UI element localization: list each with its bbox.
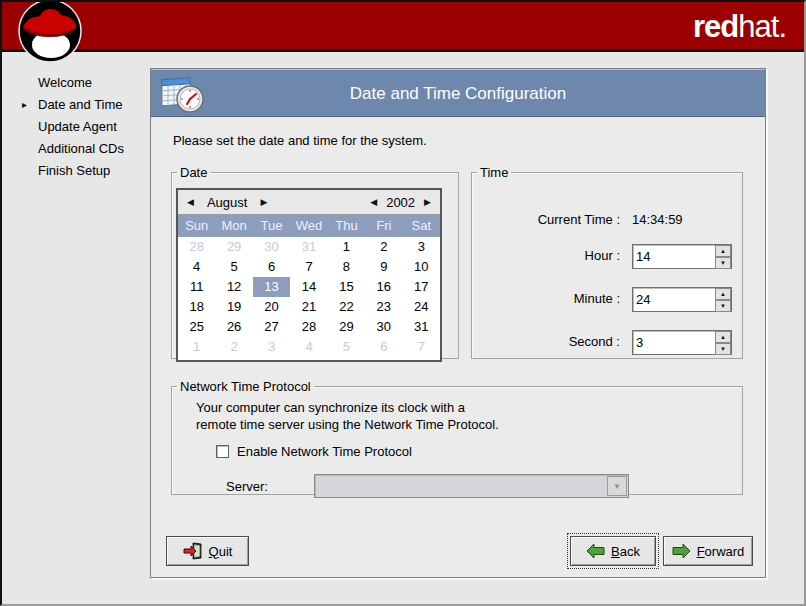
calendar-day[interactable]: 4	[290, 337, 327, 357]
second-spin-up-icon[interactable]: ▲	[715, 331, 731, 343]
calendar-header: ◀ August ▶ ◀ 2002 ▶	[178, 190, 440, 215]
quit-button[interactable]: Quit	[166, 536, 249, 566]
quit-button-label: Quit	[209, 544, 233, 559]
calendar-day[interactable]: 19	[215, 297, 252, 317]
calendar-day[interactable]: 6	[365, 337, 402, 357]
sidebar-item-date-and-time[interactable]: ▸Date and Time	[2, 94, 150, 116]
calendar-day[interactable]: 27	[253, 317, 290, 337]
calendar-day[interactable]: 23	[365, 297, 402, 317]
minute-spin-down-icon[interactable]: ▼	[715, 300, 731, 312]
sidebar-item-label: Finish Setup	[38, 163, 110, 178]
calendar-day[interactable]: 22	[328, 297, 365, 317]
year-prev-icon[interactable]: ◀	[367, 197, 380, 207]
calendar-day[interactable]: 24	[403, 297, 440, 317]
calendar-day[interactable]: 29	[215, 237, 252, 257]
setup-window: redhat. Welcome ▸Date and Time Update Ag…	[0, 0, 806, 606]
day-of-week-header: Mon	[215, 215, 252, 237]
calendar-day[interactable]: 29	[328, 317, 365, 337]
sidebar-item-update-agent[interactable]: Update Agent	[2, 116, 150, 138]
date-section: Date ◀ August ▶ ◀ 2002 ▶ SunMonTueWedThu…	[171, 165, 459, 359]
main-panel: Date and Time Configuration Please set t…	[150, 68, 766, 578]
calendar-day-selected[interactable]: 13	[253, 277, 290, 297]
minute-spin-up-icon[interactable]: ▲	[715, 288, 731, 300]
sidebar-item-finish-setup[interactable]: Finish Setup	[2, 160, 150, 182]
calendar-day[interactable]: 28	[178, 237, 215, 257]
calendar-day[interactable]: 17	[403, 277, 440, 297]
calendar-day[interactable]: 18	[178, 297, 215, 317]
exit-door-icon	[183, 541, 203, 561]
forward-button[interactable]: Forward	[663, 536, 753, 566]
active-step-arrow-icon: ▸	[22, 94, 27, 116]
calendar-day[interactable]: 25	[178, 317, 215, 337]
calendar-day[interactable]: 2	[215, 337, 252, 357]
calendar-day[interactable]: 30	[365, 317, 402, 337]
hour-label: Hour :	[585, 248, 620, 263]
ntp-checkbox[interactable]	[216, 445, 229, 458]
calendar-day[interactable]: 15	[328, 277, 365, 297]
second-spin-down-icon[interactable]: ▼	[715, 343, 731, 355]
ntp-legend: Network Time Protocol	[177, 379, 314, 394]
sidebar-item-label: Date and Time	[38, 97, 123, 112]
hour-spin-down-icon[interactable]: ▼	[715, 257, 731, 269]
month-next-icon[interactable]: ▶	[257, 197, 270, 207]
calendar-day[interactable]: 2	[365, 237, 402, 257]
calendar-day[interactable]: 14	[290, 277, 327, 297]
second-spinner: ▲▼	[632, 330, 732, 355]
calendar-day[interactable]: 9	[365, 257, 402, 277]
calendar-day[interactable]: 21	[290, 297, 327, 317]
arrow-left-icon	[586, 543, 605, 559]
sidebar-item-welcome[interactable]: Welcome	[2, 72, 150, 94]
calendar-day[interactable]: 31	[290, 237, 327, 257]
page-title: Date and Time Configuration	[151, 70, 765, 118]
calendar-year-label: 2002	[386, 195, 415, 210]
arrow-right-icon	[672, 543, 691, 559]
calendar-day[interactable]: 11	[178, 277, 215, 297]
redhat-banner: redhat.	[2, 2, 804, 52]
minute-input[interactable]	[636, 288, 708, 311]
hour-spin-up-icon[interactable]: ▲	[715, 245, 731, 257]
calendar-day[interactable]: 4	[178, 257, 215, 277]
second-input[interactable]	[636, 331, 708, 354]
calendar-day[interactable]: 26	[215, 317, 252, 337]
day-of-week-header: Thu	[328, 215, 365, 237]
day-of-week-header: Tue	[253, 215, 290, 237]
chevron-down-icon: ▼	[613, 482, 621, 491]
ntp-description-line1: Your computer can synchronize its clock …	[196, 400, 465, 415]
page-header: Date and Time Configuration	[151, 69, 765, 117]
sidebar-item-additional-cds[interactable]: Additional CDs	[2, 138, 150, 160]
forward-button-label: Forward	[697, 544, 745, 559]
calendar-day[interactable]: 31	[403, 317, 440, 337]
calendar-day[interactable]: 3	[253, 337, 290, 357]
calendar-day[interactable]: 1	[328, 237, 365, 257]
server-combobox[interactable]: ▼	[314, 474, 629, 498]
server-dropdown-button[interactable]: ▼	[607, 476, 627, 496]
calendar-day[interactable]: 5	[215, 257, 252, 277]
calendar-day[interactable]: 7	[290, 257, 327, 277]
second-label: Second :	[569, 334, 620, 349]
back-button[interactable]: Back	[570, 536, 656, 566]
year-next-icon[interactable]: ▶	[421, 197, 434, 207]
back-button-label: Back	[611, 544, 640, 559]
calendar-day[interactable]: 20	[253, 297, 290, 317]
calendar-day[interactable]: 12	[215, 277, 252, 297]
calendar-day[interactable]: 10	[403, 257, 440, 277]
calendar-day[interactable]: 1	[178, 337, 215, 357]
calendar-day[interactable]: 3	[403, 237, 440, 257]
calendar-day[interactable]: 5	[328, 337, 365, 357]
ntp-checkbox-label: Enable Network Time Protocol	[237, 444, 412, 459]
hour-input[interactable]	[636, 245, 708, 268]
calendar-day[interactable]: 8	[328, 257, 365, 277]
time-legend: Time	[477, 165, 511, 180]
calendar-day[interactable]: 30	[253, 237, 290, 257]
month-prev-icon[interactable]: ◀	[184, 197, 197, 207]
day-of-week-header: Sat	[403, 215, 440, 237]
current-time-label: Current Time :	[538, 212, 620, 227]
calendar-day[interactable]: 16	[365, 277, 402, 297]
current-time-value: 14:34:59	[632, 212, 683, 227]
time-section: Time Current Time : 14:34:59 Hour : ▲▼ M…	[471, 165, 743, 359]
calendar-day[interactable]: 28	[290, 317, 327, 337]
calendar-day[interactable]: 7	[403, 337, 440, 357]
minute-label: Minute :	[574, 291, 620, 306]
calendar-day[interactable]: 6	[253, 257, 290, 277]
minute-spinner: ▲▼	[632, 287, 732, 312]
